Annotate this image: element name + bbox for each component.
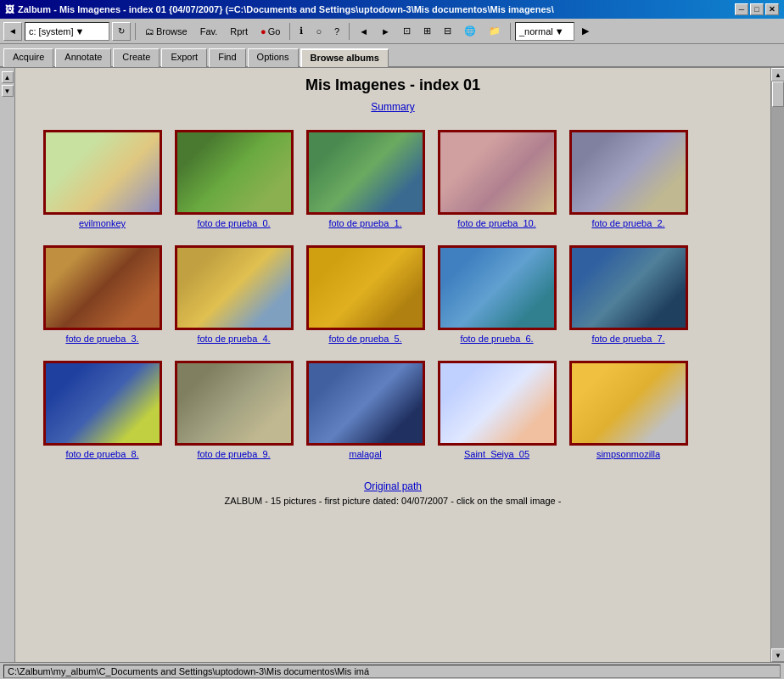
- photo-item-evilmonkey: evilmonkey: [41, 130, 164, 228]
- toolbar-icon-3[interactable]: ⊟: [439, 21, 456, 42]
- fav-button[interactable]: Fav.: [195, 21, 223, 42]
- tab-options[interactable]: Options: [248, 48, 299, 67]
- app-icon: 🖼: [5, 4, 14, 14]
- photo-thumb-prueba6[interactable]: [438, 245, 557, 330]
- photo-item-prueba10: foto de prueba_10.: [435, 130, 558, 228]
- tab-export[interactable]: Export: [161, 48, 207, 67]
- photo-label-prueba6[interactable]: foto de prueba_6.: [460, 334, 533, 344]
- status-text: C:\Zalbum\my_album\C_Documents and Setti…: [3, 665, 781, 678]
- toolbar-refresh[interactable]: ↻: [112, 22, 131, 41]
- photo-label-malaga1[interactable]: malagal: [349, 449, 382, 459]
- photo-label-seiya[interactable]: Saint_Seiya_05: [464, 449, 529, 459]
- scroll-thumb[interactable]: [772, 81, 784, 107]
- photo-item-prueba8: foto de prueba_8.: [41, 361, 164, 459]
- photo-label-prueba8[interactable]: foto de prueba_8.: [65, 449, 138, 459]
- photo-thumb-malaga1[interactable]: [306, 361, 425, 446]
- photo-label-evilmonkey[interactable]: evilmonkey: [79, 218, 126, 228]
- photo-item-prueba5: foto de prueba_5.: [304, 245, 427, 344]
- photo-image-seiya: [440, 363, 554, 443]
- help-button[interactable]: ?: [329, 21, 344, 42]
- photo-label-prueba9[interactable]: foto de prueba_9.: [197, 449, 270, 459]
- toolbar-left-arrow[interactable]: ◄: [3, 22, 22, 41]
- photo-label-prueba1[interactable]: foto de prueba_1.: [328, 218, 401, 228]
- photo-thumb-prueba0[interactable]: [175, 130, 294, 215]
- separator-4: [510, 23, 511, 40]
- photo-thumb-prueba8[interactable]: [43, 361, 162, 446]
- view-mode-selector[interactable]: _normal ▼: [515, 22, 574, 41]
- photo-item-prueba2: foto de prueba_2.: [567, 130, 690, 228]
- photo-thumb-prueba1[interactable]: [306, 130, 425, 215]
- photo-image-prueba1: [309, 132, 423, 212]
- photo-label-simpson[interactable]: simpsonmozilla: [596, 449, 660, 459]
- photo-image-malaga1: [309, 363, 423, 443]
- go-button[interactable]: ● Go: [255, 21, 285, 42]
- separator-3: [349, 23, 350, 40]
- scroll-up-button[interactable]: ▲: [771, 68, 784, 81]
- photo-item-prueba4: foto de prueba_4.: [172, 245, 295, 344]
- photo-label-prueba7[interactable]: foto de prueba_7.: [591, 334, 664, 344]
- left-nav-panel: ▲ ▼: [0, 68, 15, 662]
- photo-thumb-evilmonkey[interactable]: [43, 130, 162, 215]
- photo-thumb-prueba5[interactable]: [306, 245, 425, 330]
- toolbar-icon-2[interactable]: ⊞: [418, 21, 436, 42]
- tab-browse-albums[interactable]: Browse albums: [300, 48, 389, 67]
- photo-image-prueba7: [572, 248, 686, 328]
- dropdown-arrow-icon: ▼: [76, 26, 85, 36]
- photo-item-prueba3: foto de prueba_3.: [41, 245, 164, 344]
- nav-back-button[interactable]: ◄: [354, 21, 373, 42]
- photo-item-prueba0: foto de prueba_0.: [172, 130, 295, 228]
- scroll-down-button[interactable]: ▼: [771, 648, 784, 662]
- drive-selector[interactable]: c: [system] ▼: [25, 22, 109, 41]
- photo-item-seiya: Saint_Seiya_05: [435, 361, 558, 459]
- photo-thumb-seiya[interactable]: [438, 361, 557, 446]
- tab-find[interactable]: Find: [209, 48, 245, 67]
- info-icon: ℹ: [300, 25, 303, 36]
- summary-link[interactable]: Summary: [32, 101, 753, 113]
- photo-label-prueba0[interactable]: foto de prueba_0.: [197, 218, 270, 228]
- tab-annotate[interactable]: Annotate: [55, 48, 111, 67]
- minimize-button[interactable]: ─: [735, 3, 748, 15]
- photo-thumb-prueba4[interactable]: [175, 245, 294, 330]
- photo-image-prueba4: [177, 248, 291, 328]
- photo-label-prueba2[interactable]: foto de prueba_2.: [591, 218, 664, 228]
- main-layout: ▲ ▼ Mis Imagenes - index 01 Summary evil…: [0, 68, 784, 662]
- original-path-link[interactable]: Original path: [32, 480, 753, 492]
- window-controls: ─ □ ✕: [735, 3, 779, 15]
- photo-thumb-prueba10[interactable]: [438, 130, 557, 215]
- circle-button[interactable]: ○: [311, 21, 327, 42]
- view-mode-label: _normal: [519, 26, 553, 36]
- toolbar-icon-4[interactable]: 🌐: [459, 21, 481, 42]
- run-button[interactable]: ▶: [577, 21, 594, 42]
- toolbar-icon-5[interactable]: 📁: [484, 21, 506, 42]
- info-button[interactable]: ℹ: [294, 21, 308, 42]
- toolbar-icon-1[interactable]: ⊡: [398, 21, 416, 42]
- photo-image-prueba9: [177, 363, 291, 443]
- tab-create[interactable]: Create: [113, 48, 160, 67]
- tab-acquire[interactable]: Acquire: [3, 48, 53, 67]
- photo-label-prueba3[interactable]: foto de prueba_3.: [65, 334, 138, 344]
- photo-thumb-prueba2[interactable]: [569, 130, 688, 215]
- browse-toolbar-button[interactable]: 🗂 Browse: [140, 21, 193, 42]
- maximize-button[interactable]: □: [750, 3, 764, 15]
- photo-label-prueba5[interactable]: foto de prueba_5.: [328, 334, 401, 344]
- photo-item-malaga1: malagal: [304, 361, 427, 459]
- status-bar: C:\Zalbum\my_album\C_Documents and Setti…: [0, 662, 784, 679]
- photo-label-prueba10[interactable]: foto de prueba_10.: [457, 218, 535, 228]
- photo-grid: evilmonkeyfoto de prueba_0.foto de prueb…: [32, 130, 753, 468]
- photo-thumb-prueba7[interactable]: [569, 245, 688, 330]
- photo-thumb-prueba3[interactable]: [43, 245, 162, 330]
- close-button[interactable]: ✕: [765, 3, 779, 15]
- separator-2: [289, 23, 290, 40]
- nav-forward-button[interactable]: ►: [376, 21, 395, 42]
- left-nav-down[interactable]: ▼: [2, 85, 14, 97]
- left-nav-up[interactable]: ▲: [2, 71, 14, 83]
- browse-icon: 🗂: [145, 26, 154, 36]
- scrollbar[interactable]: ▲ ▼: [770, 68, 784, 662]
- photo-image-simpson: [572, 363, 686, 443]
- circle-icon: ○: [316, 26, 322, 36]
- rprt-button[interactable]: Rprt: [225, 21, 253, 42]
- view-dropdown-icon: ▼: [555, 26, 564, 36]
- photo-label-prueba4[interactable]: foto de prueba_4.: [197, 334, 270, 344]
- photo-thumb-prueba9[interactable]: [175, 361, 294, 446]
- photo-thumb-simpson[interactable]: [569, 361, 688, 446]
